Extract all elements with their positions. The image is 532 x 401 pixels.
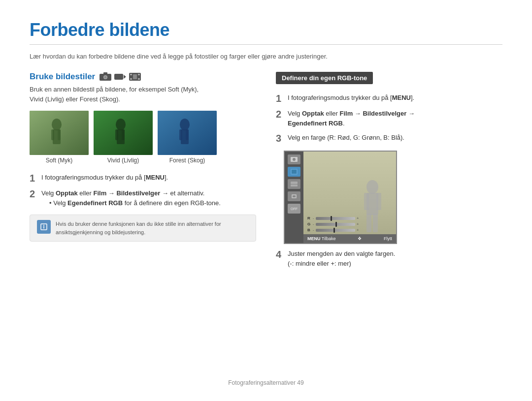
rgb-header: Definere din egen RGB-tone: [276, 72, 373, 84]
svg-marker-5: [124, 75, 126, 79]
r-minus: -: [313, 216, 314, 220]
cam-icon-3: [291, 181, 298, 187]
cam-btn-1: [288, 154, 300, 164]
title-divider: [30, 44, 502, 45]
b-thumb: [333, 228, 335, 233]
subtitle-text: Lær hvordan du kan forbedre bildene dine…: [30, 53, 502, 60]
camera-sidebar: OFF: [285, 152, 303, 243]
g-label: G: [307, 222, 311, 226]
right-column: Definere din egen RGB-tone 1 I fotografe…: [276, 72, 502, 273]
cam-icon-4: [291, 193, 298, 199]
svg-rect-3: [103, 72, 107, 74]
right-step-4-sub: (-: mindre eller +: mer): [288, 260, 351, 267]
camera-screen: OFF: [284, 151, 397, 244]
right-step-2-text: Velg Opptak eller Film → Bildestilvelger…: [288, 109, 415, 128]
right-step-1-text: I fotograferingsmodus trykker du på [MEN…: [288, 93, 414, 103]
cam-icon-1: [290, 156, 298, 162]
photo-item-forest: Forest (Skog): [158, 111, 217, 164]
video-icon: [114, 72, 127, 82]
rgb-sliders: R - + G -: [307, 216, 359, 232]
photo-item-vivid: Vivid (Livlig): [94, 111, 153, 164]
two-column-layout: Bruke bildestiler: [30, 72, 502, 273]
photo-soft: [30, 111, 89, 155]
svg-rect-8: [130, 78, 132, 80]
photo-label-vivid: Vivid (Livlig): [107, 157, 139, 164]
svg-rect-15: [51, 129, 54, 140]
right-step-1: 1 I fotograferingsmodus trykker du på [M…: [276, 93, 502, 104]
step-1-text: I fotograferingsmodus trykker du på [MEN…: [41, 173, 168, 183]
svg-point-38: [366, 180, 378, 194]
g-track: [316, 223, 355, 226]
step-2-num: 2: [30, 188, 37, 199]
svg-rect-11: [133, 74, 137, 79]
photo-row: Soft (Myk): [30, 111, 256, 164]
svg-rect-25: [179, 129, 182, 140]
b-minus: -: [313, 228, 314, 232]
cam-btn-2: [288, 167, 300, 177]
photo-item-soft: Soft (Myk): [30, 111, 89, 164]
svg-rect-41: [376, 193, 381, 210]
svg-rect-40: [364, 193, 369, 210]
move-label: Flytt: [384, 236, 392, 241]
svg-rect-43: [373, 214, 378, 232]
footer-text: Fotograferingsalternativer 49: [228, 379, 303, 386]
cam-btn-3: [288, 179, 300, 189]
b-track: [316, 229, 355, 232]
svg-rect-9: [138, 74, 140, 75]
r-plus: +: [357, 216, 359, 220]
svg-rect-20: [115, 129, 118, 140]
b-plus: +: [357, 228, 359, 232]
b-slider-row: B - +: [307, 228, 359, 232]
off-label: OFF: [291, 207, 298, 211]
section-heading-text: Bruke bildestiler: [30, 72, 95, 82]
cam-btn-4: [288, 191, 300, 201]
svg-rect-35: [291, 185, 298, 186]
step-1-num: 1: [30, 173, 37, 184]
svg-point-13: [52, 119, 62, 130]
photo-label-soft: Soft (Myk): [46, 157, 73, 164]
camera-icon: [99, 72, 112, 82]
right-step-3: 3 Velg en farge (R: Rød, G: Grønn, B: Bl…: [276, 133, 502, 144]
camera-main: R - + G -: [303, 152, 396, 243]
bullet-item: Velg Egendefinert RGB for å definere din…: [49, 198, 221, 208]
g-minus: -: [313, 222, 314, 226]
film-icon: [129, 72, 141, 82]
right-step-4: 4 Juster mengden av den valgte fargen. (…: [276, 249, 502, 268]
section-heading: Bruke bildestiler: [30, 72, 256, 82]
page-title: Forbedre bildene: [30, 20, 502, 40]
svg-point-18: [116, 119, 126, 130]
note-icon: [37, 220, 51, 234]
photo-forest: [158, 111, 217, 155]
b-label: B: [307, 228, 311, 232]
right-step-2-num: 2: [276, 109, 284, 120]
g-thumb: [335, 222, 337, 227]
svg-rect-10: [138, 78, 140, 80]
right-step-1-num: 1: [276, 93, 284, 104]
info-icon: [40, 223, 48, 231]
photo-vivid: [94, 111, 153, 155]
svg-rect-21: [122, 129, 125, 140]
svg-point-2: [104, 76, 107, 79]
r-slider-row: R - +: [307, 216, 359, 220]
svg-rect-7: [130, 74, 132, 75]
right-steps: 1 I fotograferingsmodus trykker du på [M…: [276, 93, 502, 144]
note-box: Hvis du bruker denne funksjonen kan du i…: [30, 215, 256, 242]
right-step-3-num: 3: [276, 133, 284, 144]
svg-rect-42: [366, 214, 371, 232]
right-step-3-text: Velg en farge (R: Rød, G: Grønn, B: Blå)…: [288, 133, 404, 143]
g-plus: +: [357, 222, 359, 226]
svg-point-31: [293, 158, 296, 161]
svg-rect-37: [293, 195, 296, 197]
step-2-bullet: Velg Egendefinert RGB for å definere din…: [49, 198, 221, 208]
right-step-2: 2 Velg Opptak eller Film → Bildestilvelg…: [276, 109, 502, 128]
r-label: R: [307, 216, 311, 220]
right-step-4-text: Juster mengden av den valgte fargen.: [288, 250, 395, 257]
left-steps: 1 I fotograferingsmodus trykker du på [M…: [30, 173, 256, 208]
svg-rect-16: [58, 129, 61, 140]
left-column: Bruke bildestiler: [30, 72, 256, 273]
nav-arrows: ❖: [358, 236, 362, 241]
section-desc: Bruk en annen bildestil på bildene, for …: [30, 85, 256, 104]
svg-rect-33: [292, 170, 297, 174]
section-icons: [99, 72, 141, 82]
cam-icon-2: [291, 169, 298, 175]
